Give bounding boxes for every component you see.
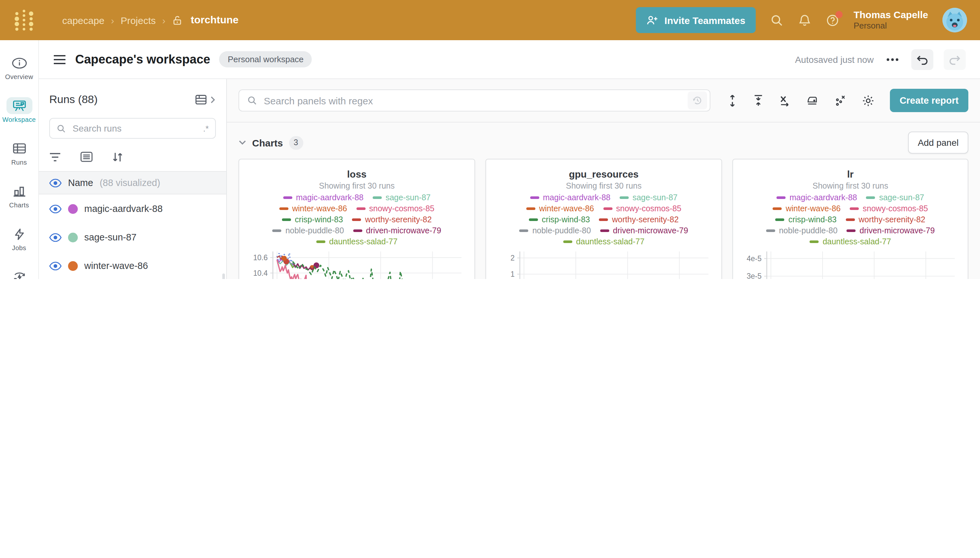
legend-entry[interactable]: dauntless-salad-77 — [809, 237, 891, 246]
runs-table-expand-button[interactable] — [195, 94, 216, 106]
svg-text:1: 1 — [511, 270, 515, 278]
panel-search-input[interactable] — [263, 94, 683, 107]
collapse-panels-icon[interactable] — [753, 94, 763, 107]
chevron-right-icon — [209, 96, 216, 104]
legend-entry[interactable]: worthy-serenity-82 — [352, 215, 432, 224]
runs-scrollbar[interactable] — [222, 274, 225, 279]
section-name[interactable]: Charts — [252, 137, 283, 148]
visibility-eye-icon[interactable] — [49, 232, 62, 242]
create-report-button[interactable]: Create report — [890, 89, 969, 112]
settings-gear-icon[interactable] — [862, 94, 874, 107]
chart-subtitle: Showing first 30 runs — [491, 181, 716, 190]
sidebar-item-runs[interactable]: Runs — [1, 132, 37, 174]
visualized-count: (88 visualized) — [100, 177, 160, 188]
chart-plot-area[interactable]: 4e-53e-52e-51e-50050100150Step — [738, 246, 962, 279]
expand-panels-icon[interactable] — [727, 94, 738, 107]
undo-button[interactable] — [911, 49, 933, 70]
group-list-icon[interactable] — [80, 152, 93, 162]
breadcrumb-project[interactable]: torchtune — [191, 14, 239, 26]
chart-plot-area[interactable]: 10.610.410.2109.8050100150Step — [245, 246, 469, 279]
legend-entry[interactable]: winter-wave-86 — [773, 204, 841, 213]
legend-label: winter-wave-86 — [786, 204, 841, 213]
search-icon[interactable] — [770, 13, 784, 27]
invite-teammates-button[interactable]: Invite Teammates — [636, 7, 756, 33]
svg-text:4e-5: 4e-5 — [747, 254, 762, 263]
legend-entry[interactable]: magic-aardvark-88 — [776, 193, 857, 202]
breadcrumb-projects[interactable]: Projects — [121, 15, 156, 26]
overflow-menu-icon[interactable] — [884, 56, 901, 63]
run-name: magic-aardvark-88 — [84, 204, 163, 214]
legend-entry[interactable]: crisp-wind-83 — [529, 215, 590, 224]
legend-swatch — [529, 218, 538, 221]
search-history-icon[interactable] — [688, 91, 707, 110]
sidebar-item-charts[interactable]: Charts — [1, 175, 37, 217]
sidebar-item-workspace[interactable]: Workspace — [1, 89, 37, 131]
legend-entry[interactable]: driven-microwave-79 — [353, 226, 441, 235]
runs-search: .* — [49, 118, 216, 139]
menu-icon[interactable] — [53, 54, 66, 64]
sidebar-item-overview[interactable]: Overview — [1, 47, 37, 88]
wandb-logo-icon[interactable] — [13, 8, 35, 32]
chart-panel-lr[interactable]: lrShowing first 30 runsmagic-aardvark-88… — [732, 159, 969, 279]
name-column-label: Name — [68, 177, 93, 188]
sort-icon[interactable] — [112, 151, 123, 162]
legend-label: crisp-wind-83 — [788, 215, 837, 224]
legend-entry[interactable]: crisp-wind-83 — [775, 215, 837, 224]
chart-panel-loss[interactable]: lossShowing first 30 runsmagic-aardvark-… — [238, 159, 475, 279]
regex-toggle[interactable]: .* — [203, 123, 209, 133]
filter-icon[interactable] — [49, 152, 61, 162]
visibility-eye-icon[interactable] — [49, 261, 62, 271]
legend-entry[interactable]: sage-sun-87 — [866, 193, 924, 202]
avatar[interactable] — [942, 8, 967, 33]
legend-swatch — [373, 196, 382, 199]
legend-entry[interactable]: noble-puddle-80 — [519, 226, 591, 235]
legend-entry[interactable]: worthy-serenity-82 — [846, 215, 926, 224]
charts-icon — [6, 183, 32, 200]
legend-entry[interactable]: winter-wave-86 — [279, 204, 347, 213]
redo-button[interactable] — [944, 49, 966, 70]
chart-plot-area[interactable]: 210-1-2050100150Step — [491, 246, 716, 279]
legend-entry[interactable]: driven-microwave-79 — [847, 226, 935, 235]
legend-entry[interactable]: snowy-cosmos-85 — [356, 204, 434, 213]
runs-search-input[interactable] — [71, 123, 198, 134]
outliers-icon[interactable] — [835, 95, 847, 106]
chevron-down-icon[interactable] — [238, 140, 246, 145]
visibility-eye-icon[interactable] — [49, 178, 62, 188]
notifications-bell-icon[interactable] — [798, 13, 811, 27]
legend-entry[interactable]: winter-wave-86 — [526, 204, 594, 213]
legend-entry[interactable]: driven-microwave-79 — [600, 226, 688, 235]
legend-entry[interactable]: worthy-serenity-82 — [599, 215, 679, 224]
legend-entry[interactable]: magic-aardvark-88 — [530, 193, 610, 202]
user-menu[interactable]: Thomas Capelle Personal — [854, 9, 928, 31]
visibility-eye-icon[interactable] — [49, 204, 62, 213]
run-row[interactable]: magic-aardvark-88 — [39, 194, 226, 223]
sidebar-item-automat[interactable]: Automat. — [1, 261, 37, 279]
legend-entry[interactable]: crisp-wind-83 — [282, 215, 343, 224]
help-icon[interactable] — [826, 13, 839, 27]
legend-swatch — [600, 230, 609, 232]
run-row[interactable]: sage-sun-87 — [39, 223, 226, 251]
section-count-badge: 3 — [289, 136, 303, 149]
app-root: capecape › Projects › torchtune Invite T… — [0, 0, 980, 279]
sidebar-item-jobs[interactable]: Jobs — [1, 218, 37, 259]
chart-panel-gpu_resources[interactable]: gpu_resourcesShowing first 30 runsmagic-… — [486, 159, 722, 279]
x-axis-settings-icon[interactable] — [779, 95, 791, 106]
legend-label: driven-microwave-79 — [613, 226, 688, 235]
legend-label: snowy-cosmos-85 — [369, 204, 434, 213]
legend-entry[interactable]: noble-puddle-80 — [766, 226, 838, 235]
legend-swatch — [353, 230, 362, 232]
add-panel-button[interactable]: Add panel — [908, 131, 969, 154]
legend-entry[interactable]: dauntless-salad-77 — [316, 237, 397, 246]
run-row[interactable]: winter-wave-86 — [39, 251, 226, 279]
legend-entry[interactable]: noble-puddle-80 — [272, 226, 344, 235]
legend-entry[interactable]: magic-aardvark-88 — [283, 193, 363, 202]
legend-label: worthy-serenity-82 — [859, 215, 926, 224]
legend-entry[interactable]: snowy-cosmos-85 — [850, 204, 928, 213]
legend-entry[interactable]: dauntless-salad-77 — [563, 237, 644, 246]
legend-entry[interactable]: sage-sun-87 — [373, 193, 431, 202]
legend-entry[interactable]: snowy-cosmos-85 — [603, 204, 681, 213]
section-header-charts: Charts 3 Add panel — [238, 131, 969, 154]
legend-entry[interactable]: sage-sun-87 — [620, 193, 678, 202]
smoothing-iron-icon[interactable] — [806, 95, 819, 106]
breadcrumb-entity[interactable]: capecape — [62, 15, 104, 26]
